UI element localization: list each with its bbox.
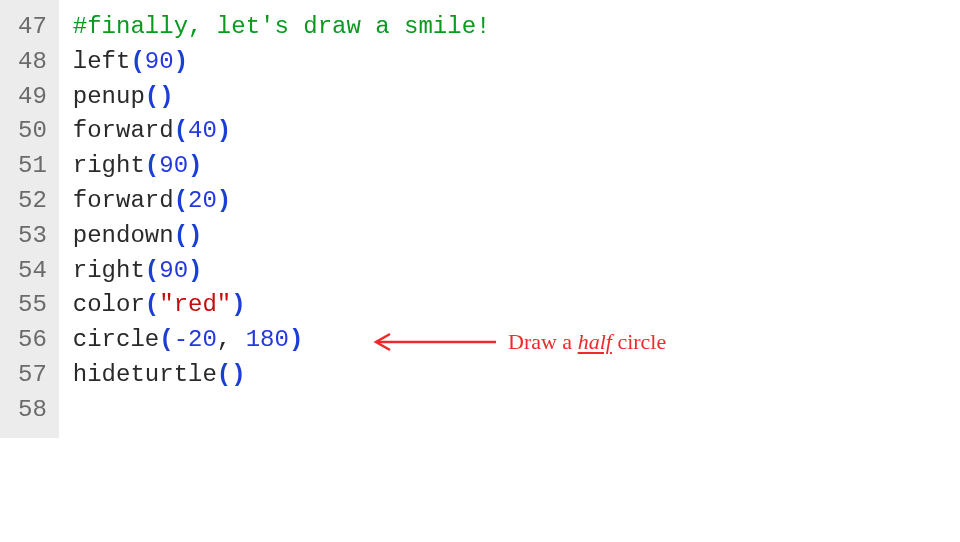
annotation-text-emph: half bbox=[578, 329, 612, 354]
line-number: 55 bbox=[18, 288, 47, 323]
line-number: 52 bbox=[18, 184, 47, 219]
code-line bbox=[73, 393, 491, 428]
code-token: ) bbox=[289, 326, 303, 353]
line-number: 58 bbox=[18, 393, 47, 428]
code-token: ( bbox=[159, 326, 173, 353]
code-token: ) bbox=[188, 152, 202, 179]
code-token: () bbox=[217, 361, 246, 388]
code-token: ( bbox=[145, 257, 159, 284]
code-token: () bbox=[145, 83, 174, 110]
annotation-text-prefix: Draw a bbox=[508, 329, 578, 354]
code-token: right bbox=[73, 257, 145, 284]
code-token: ( bbox=[145, 291, 159, 318]
code-token: 90 bbox=[145, 48, 174, 75]
code-line: left(90) bbox=[73, 45, 491, 80]
code-token: forward bbox=[73, 187, 174, 214]
code-token: ( bbox=[174, 187, 188, 214]
code-line: hideturtle() bbox=[73, 358, 491, 393]
code-line: #finally, let's draw a smile! bbox=[73, 10, 491, 45]
code-token: () bbox=[174, 222, 203, 249]
line-number: 51 bbox=[18, 149, 47, 184]
line-number: 53 bbox=[18, 219, 47, 254]
code-token: 90 bbox=[159, 257, 188, 284]
code-token: hideturtle bbox=[73, 361, 217, 388]
code-line: forward(40) bbox=[73, 114, 491, 149]
line-number: 56 bbox=[18, 323, 47, 358]
line-number: 47 bbox=[18, 10, 47, 45]
code-token: ) bbox=[231, 291, 245, 318]
code-token: forward bbox=[73, 117, 174, 144]
annotation-text-suffix: circle bbox=[612, 329, 666, 354]
line-number: 50 bbox=[18, 114, 47, 149]
code-token: penup bbox=[73, 83, 145, 110]
code-line: color("red") bbox=[73, 288, 491, 323]
code-token: ( bbox=[130, 48, 144, 75]
code-token: circle bbox=[73, 326, 159, 353]
code-line: right(90) bbox=[73, 149, 491, 184]
line-number: 57 bbox=[18, 358, 47, 393]
code-token: 90 bbox=[159, 152, 188, 179]
annotation-text: Draw a half circle bbox=[508, 326, 666, 358]
code-token: -20 bbox=[174, 326, 217, 353]
code-token: ( bbox=[174, 117, 188, 144]
code-token: 180 bbox=[246, 326, 289, 353]
code-token: right bbox=[73, 152, 145, 179]
code-line: right(90) bbox=[73, 254, 491, 289]
code-area: #finally, let's draw a smile!left(90)pen… bbox=[59, 0, 499, 438]
line-number-gutter: 474849505152535455565758 bbox=[0, 0, 59, 438]
code-token: #finally, let's draw a smile! bbox=[73, 13, 491, 40]
code-token: 20 bbox=[188, 187, 217, 214]
code-token: ) bbox=[174, 48, 188, 75]
code-token: "red" bbox=[159, 291, 231, 318]
code-token: 40 bbox=[188, 117, 217, 144]
code-line: forward(20) bbox=[73, 184, 491, 219]
code-token: , bbox=[217, 326, 246, 353]
annotation-callout: Draw a half circle bbox=[370, 326, 666, 358]
code-token: ) bbox=[217, 117, 231, 144]
code-token: ) bbox=[188, 257, 202, 284]
code-token: color bbox=[73, 291, 145, 318]
line-number: 49 bbox=[18, 80, 47, 115]
line-number: 54 bbox=[18, 254, 47, 289]
line-number: 48 bbox=[18, 45, 47, 80]
code-token: pendown bbox=[73, 222, 174, 249]
code-token: ( bbox=[145, 152, 159, 179]
code-line: penup() bbox=[73, 80, 491, 115]
code-token: left bbox=[73, 48, 131, 75]
arrow-left-icon bbox=[370, 330, 500, 354]
code-line: pendown() bbox=[73, 219, 491, 254]
code-token: ) bbox=[217, 187, 231, 214]
